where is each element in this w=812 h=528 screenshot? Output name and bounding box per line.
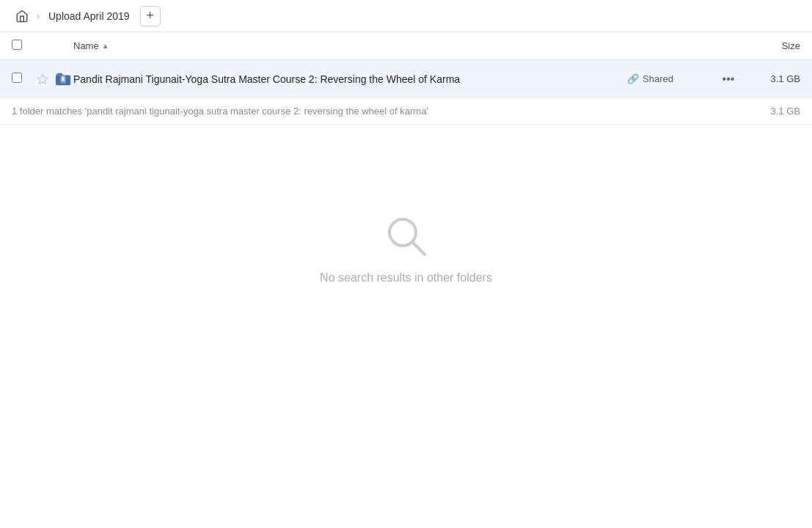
no-results-search-icon xyxy=(383,213,430,260)
svg-marker-0 xyxy=(37,74,47,84)
match-text: 1 folder matches 'pandit rajmani tigunai… xyxy=(12,106,428,117)
svg-line-4 xyxy=(412,242,425,254)
table-header: Name ▲ Size xyxy=(0,32,812,60)
more-options-button[interactable]: ••• xyxy=(715,73,742,86)
shared-badge: 🔗 Shared xyxy=(627,73,715,84)
match-count-row: 1 folder matches 'pandit rajmani tigunai… xyxy=(0,98,812,125)
shared-label: Shared xyxy=(643,73,673,84)
file-name: Pandit Rajmani Tigunait-Yoga Sutra Maste… xyxy=(73,73,627,85)
table-row[interactable]: Pandit Rajmani Tigunait-Yoga Sutra Maste… xyxy=(0,60,812,98)
checkbox-all[interactable] xyxy=(12,40,22,50)
no-results-label: No search results in other folders xyxy=(320,271,492,285)
match-size: 3.1 GB xyxy=(771,106,800,117)
row-checkbox-wrap[interactable] xyxy=(12,73,32,85)
breadcrumb-separator: › xyxy=(37,11,40,21)
name-column-header[interactable]: Name ▲ xyxy=(73,40,627,51)
home-button[interactable] xyxy=(12,6,32,26)
breadcrumb-bar: › Upload April 2019 + xyxy=(0,0,812,32)
folder-svg xyxy=(55,71,71,87)
folder-icon xyxy=(53,71,73,87)
file-size: 3.1 GB xyxy=(742,73,800,84)
add-button[interactable]: + xyxy=(140,6,161,26)
select-all-checkbox[interactable] xyxy=(12,40,32,52)
name-label: Name xyxy=(73,40,99,51)
empty-state: No search results in other folders xyxy=(0,213,812,285)
breadcrumb-item[interactable]: Upload April 2019 xyxy=(44,7,134,25)
sort-arrow-icon: ▲ xyxy=(102,42,109,50)
row-checkbox[interactable] xyxy=(12,73,22,83)
link-icon: 🔗 xyxy=(627,73,639,84)
size-column-header: Size xyxy=(742,40,800,51)
star-icon[interactable] xyxy=(32,73,53,85)
